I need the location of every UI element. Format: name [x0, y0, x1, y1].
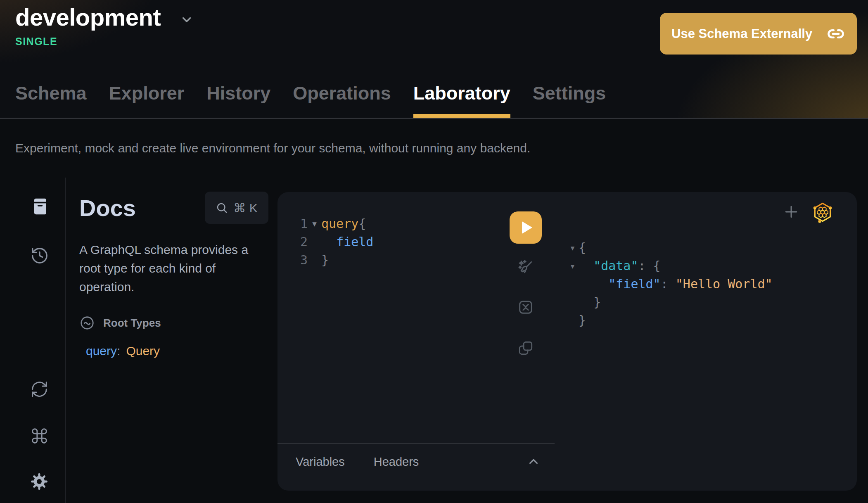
nav-tabs: SchemaExplorerHistoryOperationsLaborator…: [15, 83, 606, 118]
root-types-icon: [79, 315, 95, 331]
code-line: ▾{: [567, 239, 773, 257]
docs-icon[interactable]: [31, 197, 50, 216]
code-line: }: [567, 311, 773, 330]
fold-arrow-icon[interactable]: ▾: [567, 257, 579, 275]
docs-title: Docs: [79, 195, 136, 221]
tab-settings[interactable]: Settings: [533, 83, 606, 118]
use-schema-externally-button[interactable]: Use Schema Externally: [660, 13, 857, 55]
fold-arrow-placeholder: [567, 275, 579, 293]
add-tab-button[interactable]: [782, 203, 800, 221]
bottom-tabs: VariablesHeaders: [296, 455, 419, 469]
tab-history[interactable]: History: [206, 83, 270, 118]
root-types-label: Root Types: [103, 317, 161, 330]
tab-schema[interactable]: Schema: [15, 83, 87, 118]
response-pane: ▾{▾ "data": { "field": "Hello World" }}: [555, 192, 857, 491]
use-schema-externally-label: Use Schema Externally: [671, 26, 812, 41]
sidebar-divider: [65, 178, 66, 503]
code-line: 1▾query{: [294, 215, 373, 233]
search-shortcut-label: ⌘ K: [233, 201, 257, 215]
link-icon: [827, 25, 844, 43]
play-icon: [522, 221, 532, 234]
fold-arrow-placeholder: [567, 293, 579, 311]
target-title: development: [15, 3, 161, 31]
execute-query-button[interactable]: [510, 211, 542, 244]
tab-laboratory[interactable]: Laboratory: [413, 83, 510, 118]
prettify-button[interactable]: [517, 259, 535, 277]
history-icon[interactable]: [30, 246, 49, 265]
graphiql-panel: 1▾query{2 field3}: [277, 192, 857, 491]
tab-variables[interactable]: Variables: [296, 455, 345, 469]
code-line: ▾ "data": {: [567, 257, 773, 275]
search-icon: [216, 202, 228, 214]
query-editor-pane[interactable]: 1▾query{2 field3}: [277, 192, 555, 491]
docs-pane: Docs ⌘ K A GraphQL schema provides a roo…: [79, 192, 268, 358]
page-header: development SINGLE Use Schema Externally…: [0, 0, 868, 119]
tab-operations[interactable]: Operations: [293, 83, 391, 118]
fold-arrow-placeholder: [308, 251, 321, 269]
editor-bottom-divider: [277, 443, 555, 444]
tab-headers[interactable]: Headers: [374, 455, 419, 469]
code-line: "field": "Hello World": [567, 275, 773, 293]
fold-arrow-icon[interactable]: ▾: [308, 215, 321, 233]
target-mode-badge: SINGLE: [15, 36, 57, 47]
settings-gear-icon[interactable]: [30, 472, 49, 491]
docs-description: A GraphQL schema provides a root type fo…: [79, 240, 261, 296]
root-type-name: query: [86, 344, 117, 358]
chevron-down-icon[interactable]: [180, 12, 194, 26]
fold-arrow-placeholder: [567, 311, 579, 330]
fold-arrow-placeholder: [308, 233, 321, 251]
keyboard-shortcuts-icon[interactable]: [30, 427, 49, 445]
fold-arrow-icon[interactable]: ▾: [567, 239, 579, 257]
response-viewer: ▾{▾ "data": { "field": "Hello World" }}: [567, 239, 773, 330]
docs-search-button[interactable]: ⌘ K: [205, 192, 268, 224]
root-type-separator: :: [117, 344, 120, 358]
code-line: }: [567, 293, 773, 311]
code-line: 2 field: [294, 233, 373, 251]
query-editor[interactable]: 1▾query{2 field3}: [294, 215, 373, 269]
code-line: 3}: [294, 251, 373, 269]
laboratory-subtitle: Experiment, mock and create live environ…: [15, 141, 530, 155]
graphql-hive-logo-icon[interactable]: [813, 201, 832, 223]
root-type-value: Query: [126, 344, 160, 358]
reload-schema-icon[interactable]: [30, 380, 49, 399]
merge-fragments-button[interactable]: [517, 298, 535, 316]
copy-query-button[interactable]: [517, 339, 535, 357]
collapse-editor-tools-icon[interactable]: [526, 455, 541, 469]
root-type-query-link[interactable]: query:Query: [79, 344, 268, 358]
tab-explorer[interactable]: Explorer: [109, 83, 185, 118]
